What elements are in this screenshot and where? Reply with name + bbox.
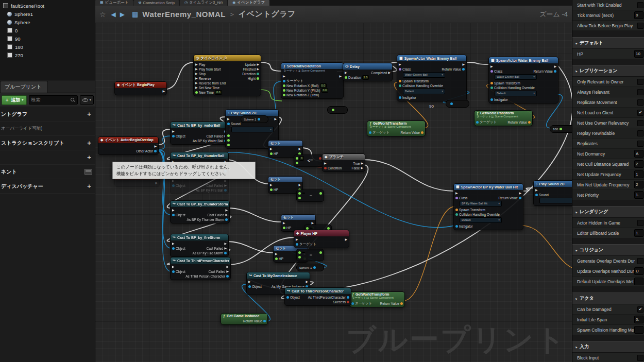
bool-pin-icon[interactable] xyxy=(347,301,349,303)
node-header[interactable]: ♪Play Sound 2D xyxy=(534,181,572,187)
pin-exec[interactable]: ▶ xyxy=(172,129,185,133)
details-section-5[interactable]: ▲アクタ xyxy=(572,292,644,304)
pin-exec[interactable]: ▶ xyxy=(324,161,342,165)
pin-exec[interactable]: ▶ xyxy=(519,191,521,195)
pin-float[interactable] xyxy=(227,133,269,137)
node-header[interactable]: ▦SpawnActor Water Enemy Ball xyxy=(397,55,466,61)
exec-pin-icon[interactable]: ▶ xyxy=(399,62,401,66)
pin-ターゲット[interactable]: ターゲット xyxy=(296,242,316,246)
node-overlap[interactable]: ◆イベント ActorBeginOverlap▶Other Actor xyxy=(98,136,159,155)
pin-Other Actor[interactable]: Other Actor xyxy=(136,149,157,153)
my-blueprint-section[interactable]: ネント xyxy=(0,165,95,179)
pin-Set New Time[interactable]: ▶Set New Time xyxy=(195,85,226,90)
node-branch[interactable]: ◆ブランチ▶ConditionTrue▶False▶ xyxy=(322,153,365,172)
pin-exec[interactable]: ▶ xyxy=(283,221,291,225)
obj-pin-icon[interactable] xyxy=(248,285,251,288)
float-pin-icon[interactable] xyxy=(298,197,301,199)
pin-New Rotation Z (Yaw)[interactable]: New Rotation Z (Yaw) xyxy=(283,93,328,97)
obj-pin-icon[interactable] xyxy=(535,194,538,196)
node-header[interactable]: ↪Cast To BP_ky_thunderBall xyxy=(171,152,228,159)
list-icon[interactable] xyxy=(84,169,92,175)
node-playerhp[interactable]: ◈Player HP▶ターゲット▶ xyxy=(294,230,349,248)
add-section-button[interactable]: ＋ xyxy=(86,153,92,162)
float-pin-icon[interactable] xyxy=(227,139,230,142)
obj-pin-icon[interactable] xyxy=(519,197,521,199)
tab-viewport[interactable]: ▦ビューポート xyxy=(95,0,133,6)
exec-pin-icon[interactable]: ▶ xyxy=(195,85,198,90)
node-header[interactable]: セット xyxy=(281,215,315,220)
pin-dropdown[interactable]: BP Ky Water Ball Hit xyxy=(460,201,502,206)
node-header[interactable]: ◆イベント BeginPlay xyxy=(115,82,166,88)
pin-As BP Ky Thunder Storm[interactable]: As BP Ky Thunder Storm xyxy=(187,217,228,221)
exec-pin-icon[interactable]: ▶ xyxy=(226,269,229,273)
node-gwt3[interactable]: ƒGetWorldTransformターゲットは Scene Component… xyxy=(349,291,405,307)
pin-Return Value[interactable]: Return Value xyxy=(499,196,521,200)
property-checkbox[interactable] xyxy=(637,130,643,136)
pin-Cast Failed[interactable]: Cast Failed▶ xyxy=(207,246,227,250)
bool-pin-icon[interactable] xyxy=(319,157,321,160)
pin-Cast Failed[interactable]: Cast Failed▶ xyxy=(208,213,228,217)
pin-Instigator[interactable]: Instigator xyxy=(455,224,498,228)
pin-HP[interactable]: HP xyxy=(283,226,291,230)
pin-Object[interactable]: Object xyxy=(286,295,300,299)
pin-value-box[interactable]: 0 xyxy=(299,156,304,161)
node-getgameinst[interactable]: ƒGet Game InstanceReturn Value xyxy=(221,313,268,325)
class-pin-icon[interactable] xyxy=(399,68,401,71)
pin-New Time[interactable]: New Time0.0 xyxy=(195,90,226,94)
exec-pin-icon[interactable]: ▶ xyxy=(283,74,285,78)
node-delay[interactable]: ◷Delay▶Duration1.0Completed▶ xyxy=(343,63,393,81)
property-value[interactable]: 1. xyxy=(634,229,643,237)
property-checkbox[interactable] xyxy=(637,258,643,264)
pin-float[interactable] xyxy=(298,255,305,259)
my-blueprint-section[interactable]: ントグラフ＋ xyxy=(0,107,95,122)
obj-pin-icon[interactable] xyxy=(227,123,230,125)
float-pin-icon[interactable] xyxy=(327,227,330,230)
add-section-button[interactable]: ＋ xyxy=(86,139,92,147)
exec-pin-icon[interactable]: ▶ xyxy=(195,62,198,66)
exec-pin-icon[interactable]: ▶ xyxy=(172,129,175,133)
node-op2[interactable]: − xyxy=(296,189,324,202)
add-button[interactable]: ＋ 追加 ▾ xyxy=(2,95,27,105)
class-pin-icon[interactable] xyxy=(455,197,458,199)
pin-Return Value[interactable]: Return Value xyxy=(442,67,465,71)
component-item[interactable]: 0 xyxy=(0,26,95,35)
exec-pin-icon[interactable]: ▶ xyxy=(274,117,277,121)
node-header[interactable]: ◆イベント ActorBeginOverlap xyxy=(98,137,158,143)
pin-ターゲット[interactable]: ターゲット xyxy=(369,130,389,134)
variable-pill-sphere1b[interactable]: Sphere 1 xyxy=(296,264,324,271)
pin-exec[interactable]: ▶ xyxy=(339,74,342,78)
exec-pin-icon[interactable]: ▶ xyxy=(345,71,347,75)
pin-exec[interactable]: ▶ xyxy=(224,179,227,183)
pin-exec[interactable]: ▶ xyxy=(155,181,158,185)
node-header[interactable]: ▦SpawnActor BP Ky Water Ball Hit xyxy=(454,184,523,190)
node-header[interactable]: ↪Cast To BP_ky_fireStorm xyxy=(171,234,228,240)
pin-Collision Handling Override[interactable]: Collision Handling Override xyxy=(490,85,533,90)
pin-exec[interactable]: ▶ xyxy=(455,191,498,195)
tab-my-blueprint[interactable]: ブループリント xyxy=(0,81,48,93)
pin-Reverse from End[interactable]: ▶Reverse from End xyxy=(195,81,226,85)
details-section-1[interactable]: ▲デフォルト xyxy=(572,37,644,49)
pin-Stop[interactable]: ▶Stop xyxy=(195,72,226,76)
pin-value-box[interactable] xyxy=(302,252,305,253)
exec-pin-icon[interactable]: ▶ xyxy=(257,62,259,66)
node-setrot[interactable]: ƒSetRelativeRotationターゲットは Scene Compone… xyxy=(281,62,344,99)
obj-pin-icon[interactable] xyxy=(258,118,260,120)
pin-Sound[interactable]: Sound xyxy=(535,193,572,197)
node-beginplay[interactable]: ◆イベント BeginPlay▶ xyxy=(114,81,167,95)
pin-exec[interactable]: ▶ xyxy=(172,208,185,212)
exec-pin-icon[interactable]: ▶ xyxy=(296,237,298,242)
pin-exec[interactable]: ▶ xyxy=(345,237,347,242)
trans-pin-icon[interactable] xyxy=(455,209,458,211)
pin-float[interactable] xyxy=(227,143,269,147)
obj-pin-icon[interactable] xyxy=(476,121,479,124)
exec-pin-icon[interactable]: ▶ xyxy=(490,64,493,68)
pin-True[interactable]: True▶ xyxy=(353,161,363,165)
exec-pin-icon[interactable]: ▶ xyxy=(227,117,230,121)
pin-As BP Ky Water Ball[interactable]: As BP Ky Water Ball xyxy=(193,139,227,143)
pin-exec[interactable]: ▶ xyxy=(462,62,465,66)
exec-pin-icon[interactable]: ▶ xyxy=(462,62,465,66)
obj-pin-icon[interactable] xyxy=(154,150,157,152)
node-cmp[interactable]: 0<= xyxy=(294,154,324,167)
float-pin-icon[interactable] xyxy=(283,89,285,92)
float-pin-icon[interactable] xyxy=(560,128,562,130)
